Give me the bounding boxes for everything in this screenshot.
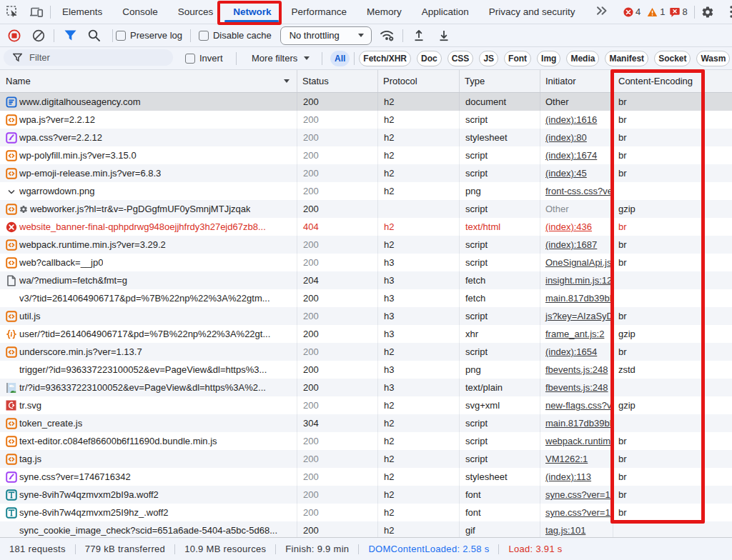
request-row[interactable]: webworker.js?hl=tr&v=-PgDGgfmUF0ySmnjMTJ… — [0, 200, 732, 218]
filter-chip-fetch-xhr[interactable]: Fetch/XHR — [359, 51, 411, 66]
initiator-link[interactable]: (index):1616 — [545, 114, 597, 125]
preserve-log-checkbox[interactable] — [116, 31, 126, 41]
network-conditions-icon[interactable] — [376, 26, 397, 45]
filter-chip-socket[interactable]: Socket — [654, 51, 691, 66]
request-row[interactable]: token_create.js304h2scriptmain.817db39bl… — [0, 414, 732, 432]
tab-console[interactable]: Console — [112, 0, 168, 24]
column-header-status[interactable]: Status — [297, 70, 377, 92]
invert-checkbox[interactable] — [185, 54, 195, 64]
column-header-content-encoding[interactable]: Content-Encoding — [613, 70, 732, 92]
kebab-menu-icon[interactable] — [726, 6, 732, 18]
initiator-link[interactable]: frame_ant.js:2 — [545, 329, 604, 339]
invert-toggle[interactable]: Invert — [185, 53, 223, 64]
request-name-cell[interactable]: wa/?medium=fetch&fmt=g — [0, 271, 297, 289]
request-name-cell[interactable]: wp-emoji-release.min.js?ver=6.8.3 — [0, 164, 297, 182]
request-row[interactable]: web?callback=__jp0200h3scriptOneSignalAp… — [0, 254, 732, 271]
request-row[interactable]: wpa.js?ver=2.2.12200h2script(index):1616… — [0, 111, 732, 129]
request-name-cell[interactable]: syne-8vih7w4qzmvxm2bI9a.woff2 — [0, 486, 297, 504]
request-row[interactable]: www.digitalhouseagency.com200h2documentO… — [0, 93, 732, 111]
request-row[interactable]: wp-emoji-release.min.js?ver=6.8.3200h2sc… — [0, 164, 732, 182]
request-name-cell[interactable]: token_create.js — [0, 414, 297, 432]
request-name-cell[interactable]: wgarrowdown.png — [0, 182, 297, 200]
request-row[interactable]: sync_cookie_image_check?scid=651a6ade-54… — [0, 521, 732, 537]
request-name-cell[interactable]: tr/?id=936337223100052&ev=PageView&dl=ht… — [0, 379, 297, 396]
initiator-link[interactable]: OneSignalApi.js?v — [545, 257, 613, 268]
initiator-link[interactable]: (index):113 — [545, 471, 591, 482]
column-header-name[interactable]: Name — [0, 70, 297, 92]
device-toolbar-icon[interactable] — [24, 2, 49, 22]
column-header-type[interactable]: Type — [459, 70, 540, 92]
initiator-link[interactable]: new-flags.css?ve — [545, 400, 613, 411]
filter-chip-css[interactable]: CSS — [447, 51, 474, 66]
settings-gear-icon[interactable] — [699, 1, 716, 22]
request-name-cell[interactable]: underscore.min.js?ver=1.13.7 — [0, 343, 297, 361]
initiator-link[interactable]: (index):45 — [545, 168, 587, 179]
disable-cache-toggle[interactable]: Disable cache — [199, 30, 272, 41]
tab-elements[interactable]: Elements — [52, 0, 112, 24]
more-tabs-chevron-icon[interactable] — [590, 6, 614, 18]
request-name-cell[interactable]: www.digitalhouseagency.com — [0, 93, 297, 111]
request-row[interactable]: syne.css?ver=1746716342200h2stylesheet(i… — [0, 468, 732, 486]
request-row[interactable]: wpa.css?ver=2.2.12200h2stylesheet(index)… — [0, 129, 732, 146]
tab-privacy-and-security[interactable]: Privacy and security — [479, 0, 585, 24]
request-name-cell[interactable]: util.js — [0, 307, 297, 325]
request-row[interactable]: tag.js200h2scriptVM1262:1br — [0, 450, 732, 468]
request-row[interactable]: syne-8vih7w4qzmvxm2bI9a.woff2200h2fontsy… — [0, 486, 732, 504]
request-name-cell[interactable]: webpack.runtime.min.js?ver=3.29.2 — [0, 236, 297, 254]
filter-chip-manifest[interactable]: Manifest — [605, 51, 648, 66]
request-name-cell[interactable]: web?callback=__jp0 — [0, 254, 297, 271]
request-name-cell[interactable]: syne.css?ver=1746716342 — [0, 468, 297, 486]
request-row[interactable]: syne-8vih7w4qzmvxm25I9hz_.woff2200h2font… — [0, 504, 732, 521]
tab-sources[interactable]: Sources — [168, 0, 224, 24]
initiator-link[interactable]: front-css.css?ver=3 — [545, 186, 613, 196]
record-network-log-button[interactable] — [4, 26, 25, 45]
request-row[interactable]: tr/?id=936337223100052&ev=PageView&dl=ht… — [0, 379, 732, 396]
request-row[interactable]: underscore.min.js?ver=1.13.7200h2script(… — [0, 343, 732, 361]
clear-network-log-button[interactable] — [28, 26, 49, 45]
tab-application[interactable]: Application — [412, 0, 479, 24]
filter-chip-img[interactable]: Img — [537, 51, 560, 66]
request-name-cell[interactable]: tr.svg — [0, 396, 297, 414]
export-har-icon[interactable] — [433, 26, 455, 45]
request-name-cell[interactable]: user/?tid=2614064906717&pd=%7B%22np%22%3… — [0, 325, 297, 343]
request-name-cell[interactable]: text-editor.c084ef86600b6f11690d.bundle.… — [0, 432, 297, 450]
tab-network[interactable]: Network — [223, 0, 281, 24]
request-name-cell[interactable]: trigger/?id=936337223100052&ev=PageView&… — [0, 361, 297, 379]
throttling-select[interactable]: No throttling — [280, 26, 372, 45]
request-row[interactable]: wgarrowdown.png200h2pngfront-css.css?ver… — [0, 182, 732, 200]
request-row[interactable]: wa/?medium=fetch&fmt=g204h3fetchinsight.… — [0, 271, 732, 289]
request-row[interactable]: webpack.runtime.min.js?ver=3.29.2200h2sc… — [0, 236, 732, 254]
request-name-cell[interactable]: wpa.css?ver=2.2.12 — [0, 129, 297, 146]
request-name-cell[interactable]: sync_cookie_image_check?scid=651a6ade-54… — [0, 521, 297, 537]
search-icon[interactable] — [83, 26, 104, 45]
initiator-link[interactable]: webpack.runtime.m — [545, 436, 613, 446]
column-header-protocol[interactable]: Protocol — [377, 70, 459, 92]
initiator-link[interactable]: syne.css?ver=17 — [545, 489, 613, 500]
initiator-link[interactable]: main.817db39bl.js — [545, 418, 613, 429]
request-name-cell[interactable]: wpa.js?ver=2.2.12 — [0, 111, 297, 129]
request-row[interactable]: tr.svg200h2svg+xmlnew-flags.css?vegzip — [0, 396, 732, 414]
request-row[interactable]: user/?tid=2614064906717&pd=%7B%22np%22%3… — [0, 325, 732, 343]
filter-chip-font[interactable]: Font — [504, 51, 531, 66]
inspect-element-icon[interactable] — [0, 2, 24, 22]
initiator-link[interactable]: (index):1674 — [545, 150, 597, 161]
filter-toggle-icon[interactable] — [59, 26, 81, 45]
initiator-link[interactable]: insight.min.js:12 — [545, 275, 612, 286]
disable-cache-checkbox[interactable] — [199, 31, 209, 41]
column-header-initiator[interactable]: Initiator — [540, 70, 613, 92]
filter-chip-all[interactable]: All — [330, 51, 350, 66]
request-row[interactable]: v3/?tid=2614064906717&pd=%7B%22np%22%3A%… — [0, 289, 732, 307]
initiator-link[interactable]: (index):436 — [545, 221, 592, 232]
request-name-cell[interactable]: tag.js — [0, 450, 297, 468]
filter-chip-wasm[interactable]: Wasm — [696, 51, 730, 66]
filter-chip-js[interactable]: JS — [479, 51, 498, 66]
request-name-cell[interactable]: wp-polyfill.min.js?ver=3.15.0 — [0, 146, 297, 164]
filter-chip-doc[interactable]: Doc — [417, 51, 442, 66]
initiator-link[interactable]: js?key=AIzaSyD8 — [545, 311, 613, 321]
import-har-icon[interactable] — [408, 26, 430, 45]
initiator-link[interactable]: fbevents.js:248 — [545, 382, 608, 393]
console-badges[interactable]: 4 1 8 — [623, 0, 688, 24]
initiator-link[interactable]: (index):1654 — [545, 346, 597, 357]
request-row[interactable]: trigger/?id=936337223100052&ev=PageView&… — [0, 361, 732, 379]
initiator-link[interactable]: main.817db39bl.js — [545, 293, 613, 304]
